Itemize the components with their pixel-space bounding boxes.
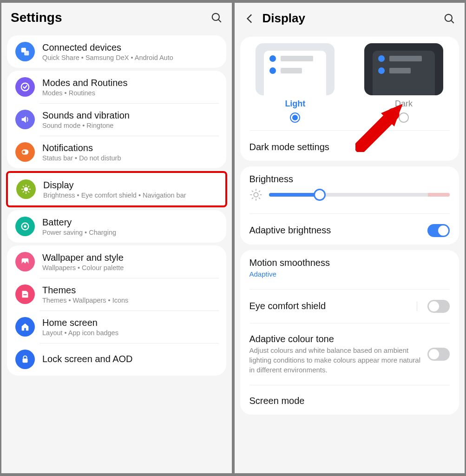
settings-row-title: Themes bbox=[42, 285, 218, 296]
theme-label-dark: Dark bbox=[395, 99, 413, 109]
display-icon bbox=[16, 179, 36, 199]
svg-line-1 bbox=[218, 20, 221, 22]
settings-row-title: Wallpaper and style bbox=[42, 252, 218, 263]
svg-line-31 bbox=[252, 198, 253, 199]
settings-row-sub: Power saving • Charging bbox=[42, 229, 218, 236]
adaptive-brightness-switch[interactable] bbox=[427, 224, 450, 237]
settings-row-title: Sounds and vibration bbox=[42, 110, 218, 121]
svg-rect-20 bbox=[23, 358, 28, 363]
settings-row-notif[interactable]: NotificationsStatus bar • Do not disturb bbox=[7, 136, 226, 168]
svg-line-14 bbox=[23, 192, 24, 192]
display-header: Display bbox=[235, 3, 465, 34]
svg-line-29 bbox=[252, 191, 253, 192]
eye-comfort-switch[interactable] bbox=[427, 300, 450, 313]
settings-row-title: Lock screen and AOD bbox=[42, 354, 218, 364]
settings-screen: Settings Connected devicesQuick Share • … bbox=[1, 3, 232, 473]
settings-row-title: Connected devices bbox=[42, 42, 218, 53]
settings-row-connected[interactable]: Connected devicesQuick Share • Samsung D… bbox=[7, 35, 226, 68]
motion-smoothness-row[interactable]: Motion smoothness Adaptive bbox=[240, 250, 459, 286]
svg-point-6 bbox=[22, 151, 25, 153]
settings-row-sub: Themes • Wallpapers • Icons bbox=[42, 297, 218, 304]
search-icon[interactable] bbox=[443, 13, 455, 25]
theme-option-light[interactable]: Light bbox=[256, 43, 335, 123]
themes-icon bbox=[15, 284, 35, 304]
settings-row-wallpaper[interactable]: Wallpaper and styleWallpapers • Colour p… bbox=[7, 245, 226, 278]
settings-row-sub: Quick Share • Samsung DeX • Android Auto bbox=[42, 54, 218, 61]
settings-row-lock[interactable]: Lock screen and AOD bbox=[7, 343, 226, 376]
motion-smoothness-label: Motion smoothness bbox=[249, 258, 450, 268]
screen-mode-label: Screen mode bbox=[249, 396, 450, 406]
adaptive-colour-label: Adaptive colour tone bbox=[249, 334, 422, 344]
settings-row-sub: Wallpapers • Colour palette bbox=[42, 264, 218, 271]
settings-header: Settings bbox=[1, 3, 232, 33]
svg-line-30 bbox=[259, 198, 260, 199]
connected-icon bbox=[15, 42, 35, 61]
brightness-card: Brightness Adaptive brightness bbox=[240, 166, 459, 245]
eye-comfort-row[interactable]: Eye comfort shield bbox=[240, 292, 459, 320]
notif-icon bbox=[15, 142, 35, 162]
theme-card: Light Dark Dark mode settings bbox=[240, 37, 459, 161]
lock-icon bbox=[15, 350, 35, 369]
adaptive-colour-row[interactable]: Adaptive colour tone Adjust colours and … bbox=[240, 326, 459, 382]
dark-mode-settings-row[interactable]: Dark mode settings bbox=[240, 133, 459, 161]
brightness-icon bbox=[249, 188, 263, 201]
svg-point-0 bbox=[212, 13, 219, 20]
theme-option-dark[interactable]: Dark bbox=[364, 43, 443, 123]
settings-row-title: Display bbox=[43, 180, 217, 191]
adaptive-brightness-label: Adaptive brightness bbox=[249, 225, 422, 236]
theme-radio-light[interactable] bbox=[290, 112, 300, 123]
svg-point-21 bbox=[445, 14, 452, 21]
back-icon[interactable] bbox=[244, 13, 256, 25]
settings-row-sub: Layout • App icon badges bbox=[42, 329, 218, 337]
modes-icon bbox=[15, 77, 35, 97]
svg-line-12 bbox=[23, 186, 24, 187]
svg-line-13 bbox=[28, 192, 29, 192]
svg-rect-19 bbox=[23, 294, 26, 295]
wallpaper-icon bbox=[15, 252, 35, 271]
svg-line-32 bbox=[259, 191, 260, 192]
svg-point-17 bbox=[24, 225, 26, 228]
settings-row-sub: Modes • Routines bbox=[42, 89, 218, 97]
settings-title: Settings bbox=[11, 10, 210, 25]
settings-row-sound[interactable]: Sounds and vibrationSound mode • Rington… bbox=[7, 103, 226, 136]
brightness-label: Brightness bbox=[240, 166, 459, 186]
screen-mode-row[interactable]: Screen mode bbox=[240, 388, 459, 415]
settings-row-home[interactable]: Home screenLayout • App icon badges bbox=[7, 311, 226, 343]
svg-line-22 bbox=[451, 20, 453, 23]
search-icon[interactable] bbox=[210, 12, 223, 24]
adaptive-colour-switch[interactable] bbox=[427, 348, 450, 361]
settings-row-display[interactable]: DisplayBrightness • Eye comfort shield •… bbox=[8, 173, 225, 205]
adaptive-brightness-row[interactable]: Adaptive brightness bbox=[240, 217, 459, 245]
svg-rect-3 bbox=[24, 51, 29, 55]
settings-row-modes[interactable]: Modes and RoutinesModes • Routines bbox=[7, 71, 226, 103]
motion-smoothness-value: Adaptive bbox=[249, 269, 450, 279]
battery-icon bbox=[15, 217, 35, 236]
home-icon bbox=[15, 317, 35, 337]
theme-preview-dark bbox=[364, 43, 443, 95]
sound-icon bbox=[15, 110, 35, 129]
theme-label-light: Light bbox=[285, 99, 305, 109]
eye-comfort-label: Eye comfort shield bbox=[249, 301, 412, 311]
settings-row-sub: Brightness • Eye comfort shield • Naviga… bbox=[43, 192, 217, 199]
brightness-slider[interactable] bbox=[269, 189, 450, 201]
theme-preview-light bbox=[256, 43, 335, 95]
svg-point-24 bbox=[254, 192, 258, 197]
settings-row-sub: Sound mode • Ringtone bbox=[42, 122, 218, 129]
settings-row-title: Home screen bbox=[42, 317, 218, 328]
svg-line-15 bbox=[28, 186, 29, 187]
settings-row-title: Modes and Routines bbox=[42, 78, 218, 88]
display-title: Display bbox=[263, 11, 437, 26]
settings-row-title: Battery bbox=[42, 217, 218, 228]
display-screen: Display Light bbox=[235, 3, 465, 473]
svg-point-7 bbox=[24, 187, 28, 191]
settings-row-sub: Status bar • Do not disturb bbox=[42, 154, 218, 162]
display-options-card: Motion smoothness Adaptive Eye comfort s… bbox=[240, 250, 459, 415]
settings-row-battery[interactable]: BatteryPower saving • Charging bbox=[7, 210, 226, 243]
settings-row-title: Notifications bbox=[42, 143, 218, 153]
adaptive-colour-sub: Adjust colours and white balance based o… bbox=[249, 345, 422, 375]
theme-radio-dark[interactable] bbox=[399, 112, 409, 123]
settings-row-themes[interactable]: ThemesThemes • Wallpapers • Icons bbox=[7, 278, 226, 311]
